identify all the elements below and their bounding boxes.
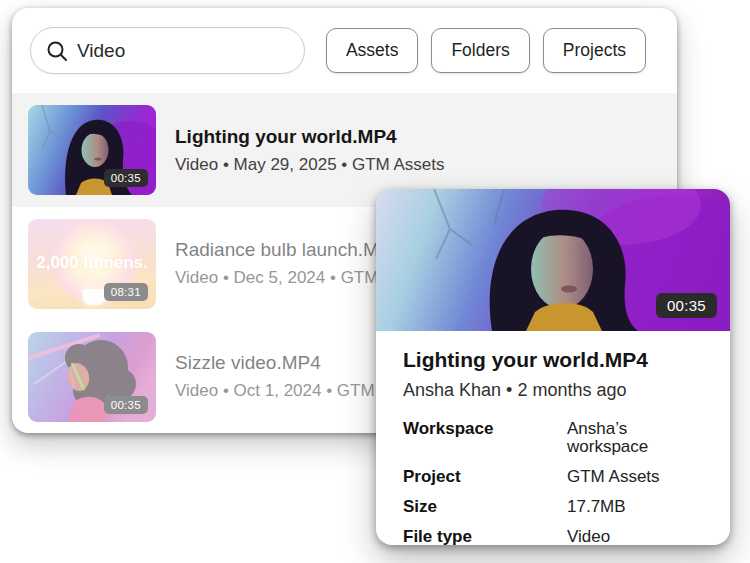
asset-search-app: Assets Folders Projects — [0, 0, 750, 563]
preview-byline: Ansha Khan • 2 months ago — [403, 380, 704, 401]
filter-button-projects[interactable]: Projects — [543, 28, 646, 73]
detail-value: 17.7MB — [567, 498, 626, 516]
duration-badge: 00:35 — [104, 396, 148, 414]
detail-row-project: Project GTM Assets — [403, 468, 704, 486]
detail-label: Size — [403, 498, 567, 516]
detail-value: GTM Assets — [567, 468, 660, 486]
detail-label: Workspace — [403, 420, 567, 438]
detail-label: Project — [403, 468, 567, 486]
result-text: Lighting your world.MP4 Video • May 29, … — [175, 126, 445, 175]
preview-details: Lighting your world.MP4 Ansha Khan • 2 m… — [376, 331, 730, 546]
preview-hero-image[interactable]: 00:35 — [376, 189, 730, 331]
result-meta: Video • May 29, 2025 • GTM Assets — [175, 155, 445, 175]
video-thumbnail-woman-afro[interactable]: 00:35 — [28, 332, 156, 422]
preview-title: Lighting your world.MP4 — [403, 348, 704, 372]
duration-badge-large: 00:35 — [656, 293, 717, 318]
detail-row-workspace: Workspace Ansha’s workspace — [403, 420, 704, 456]
duration-badge: 08:31 — [104, 283, 148, 301]
search-icon — [46, 40, 68, 62]
detail-row-size: Size 17.7MB — [403, 498, 704, 516]
duration-badge: 00:35 — [104, 169, 148, 187]
result-title: Lighting your world.MP4 — [175, 126, 445, 148]
thumbnail-caption: 2,000 lumens. — [28, 253, 156, 273]
detail-value: Video — [567, 528, 610, 546]
detail-label: File type — [403, 528, 567, 546]
video-thumbnail-woman-purple[interactable]: 00:35 — [28, 105, 156, 195]
detail-value: Ansha’s workspace — [567, 420, 704, 456]
filter-button-assets[interactable]: Assets — [326, 28, 419, 73]
detail-row-file-type: File type Video — [403, 528, 704, 546]
search-input[interactable] — [77, 40, 289, 62]
search-bar[interactable] — [30, 27, 305, 74]
video-thumbnail-bulb[interactable]: 2,000 lumens. 08:31 — [28, 219, 156, 309]
asset-preview-card: 00:35 Lighting your world.MP4 Ansha Khan… — [376, 189, 730, 545]
filter-button-folders[interactable]: Folders — [431, 28, 529, 73]
bulb-base-graphic — [83, 289, 105, 305]
search-header: Assets Folders Projects — [12, 8, 677, 93]
